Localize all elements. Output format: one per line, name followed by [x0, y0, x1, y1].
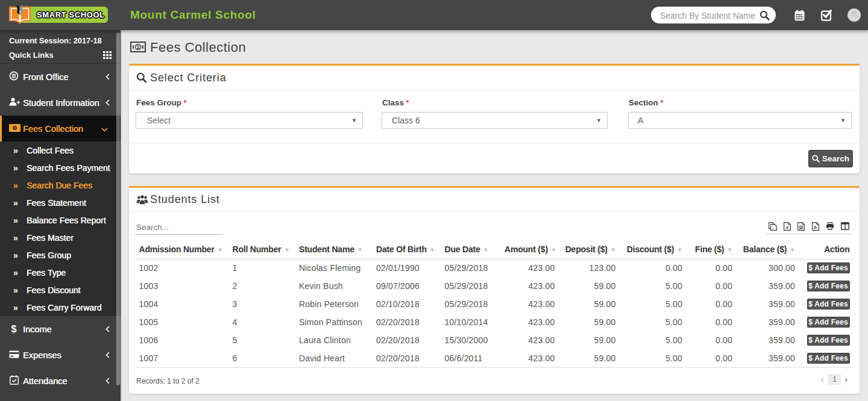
svg-text:1: 1 [136, 43, 140, 50]
svg-text:0: 0 [14, 126, 16, 130]
svg-text:x: x [786, 225, 789, 230]
